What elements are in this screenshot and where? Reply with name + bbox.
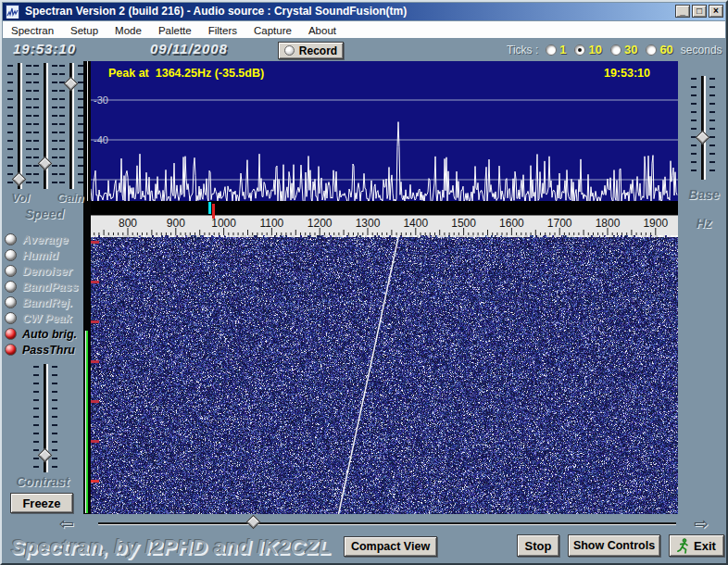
led-icon xyxy=(5,281,17,293)
toggle-label: Auto brig. xyxy=(22,328,77,341)
toggle-bandrej[interactable]: BandRej. xyxy=(5,295,83,310)
close-button[interactable]: × xyxy=(709,5,723,18)
led-icon xyxy=(5,328,17,340)
toggle-label: CW Peak xyxy=(22,312,72,325)
show-controls-button[interactable]: Show Controls xyxy=(568,534,660,557)
slider-track xyxy=(701,76,706,180)
ticks-options: 1103060 xyxy=(546,43,673,56)
toggle-label: BandPass xyxy=(22,281,78,294)
ticks-radio-1[interactable]: 1 xyxy=(546,43,566,56)
window-title: Spectran Version 2 (build 216) - Audio s… xyxy=(25,3,407,20)
scroll-left-arrow-icon[interactable]: ⇦ xyxy=(59,513,74,534)
slider-ticks xyxy=(52,65,57,187)
spectrum-display: Peak at 1364.25Hz (-35.5dB) 19:53:10 -30… xyxy=(91,61,678,201)
ticks-radio-10[interactable]: 10 xyxy=(574,43,601,56)
base-slider[interactable] xyxy=(691,76,715,180)
vol-slider[interactable] xyxy=(7,63,31,189)
svg-text:1300: 1300 xyxy=(356,217,381,230)
radio-icon xyxy=(646,44,657,56)
toggle-label: PassThru xyxy=(22,344,75,357)
toggle-label: BandRej. xyxy=(22,296,72,309)
led-icon xyxy=(5,312,17,324)
slider-ticks xyxy=(7,65,13,187)
seconds-label: seconds xyxy=(681,44,722,56)
running-man-icon xyxy=(677,538,689,554)
gain-slider[interactable] xyxy=(59,63,83,189)
menu-item-spectran[interactable]: Spectran xyxy=(3,23,62,40)
toggle-cw-peak[interactable]: CW Peak xyxy=(5,310,83,326)
frequency-scrollbar-thumb[interactable] xyxy=(246,515,261,530)
ticks-group: Ticks : 1103060 seconds xyxy=(507,43,722,56)
ticks-radio-60[interactable]: 60 xyxy=(646,43,672,56)
svg-text:1000: 1000 xyxy=(211,217,236,230)
menu-item-palette[interactable]: Palette xyxy=(150,23,200,40)
toggle-list: AverageHumidDenoiserBandPassBandRej.CW P… xyxy=(5,232,83,358)
svg-text:1100: 1100 xyxy=(259,217,283,230)
menu-item-capture[interactable]: Capture xyxy=(245,23,300,40)
svg-text:1900: 1900 xyxy=(643,217,668,230)
slider-ticks xyxy=(709,78,715,178)
date-display: 09/11/2008 xyxy=(150,41,228,56)
buffer-progress-bar xyxy=(85,331,88,513)
radio-icon xyxy=(546,44,557,56)
exit-button[interactable]: Exit xyxy=(669,534,724,557)
slider-ticks xyxy=(52,366,57,471)
ticks-radio-label: 10 xyxy=(588,43,601,56)
record-button[interactable]: Record xyxy=(278,42,344,59)
led-icon xyxy=(5,296,17,308)
gain-label: Gain xyxy=(54,191,87,205)
svg-text:900: 900 xyxy=(167,217,185,230)
toggle-passthru[interactable]: PassThru xyxy=(5,342,83,358)
app-icon xyxy=(6,5,19,19)
frequency-scrollbar[interactable] xyxy=(98,522,676,525)
exit-label: Exit xyxy=(694,539,716,553)
svg-text:-40: -40 xyxy=(94,134,108,145)
toggle-bandpass[interactable]: BandPass xyxy=(5,279,83,295)
hz-unit-label: Hz xyxy=(680,216,728,231)
menu-item-filters[interactable]: Filters xyxy=(200,23,245,40)
title-bar: Spectran Version 2 (build 216) - Audio s… xyxy=(3,3,725,20)
svg-text:-30: -30 xyxy=(94,94,108,106)
toggle-denoiser[interactable]: Denoiser xyxy=(5,263,83,279)
spectrum-clock: 19:53:10 xyxy=(604,67,650,80)
contrast-slider-thumb[interactable] xyxy=(37,448,52,463)
frequency-ruler: 8009001000110012001300140015001600170018… xyxy=(91,215,678,235)
slider-ticks xyxy=(691,78,697,178)
speed-slider-thumb[interactable] xyxy=(37,157,52,171)
toggle-auto-brig[interactable]: Auto brig. xyxy=(5,326,83,342)
waterfall-panel xyxy=(91,235,678,514)
record-led-icon xyxy=(284,45,295,56)
bandpass-marker-icon xyxy=(208,202,211,214)
contrast-label: Contrast xyxy=(4,474,82,489)
toggle-average[interactable]: Average xyxy=(5,232,83,247)
menu-item-setup[interactable]: Setup xyxy=(62,23,107,40)
toggle-humid[interactable]: Humid xyxy=(5,247,83,263)
ticks-radio-label: 1 xyxy=(559,43,566,56)
peak-readout: Peak at 1364.25Hz (-35.5dB) xyxy=(108,67,264,80)
radio-icon xyxy=(610,44,621,56)
base-slider-thumb[interactable] xyxy=(695,131,709,145)
minimize-button[interactable]: _ xyxy=(675,5,690,18)
compact-view-button[interactable]: Compact View xyxy=(344,536,437,557)
ticks-radio-30[interactable]: 30 xyxy=(610,43,637,56)
waterfall-display[interactable] xyxy=(91,235,678,514)
speed-slider[interactable] xyxy=(33,63,57,189)
ticks-label: Ticks : xyxy=(507,44,538,56)
menu-item-about[interactable]: About xyxy=(300,23,345,40)
gain-slider-thumb[interactable] xyxy=(63,77,78,92)
pitch-marker-icon xyxy=(212,204,215,219)
scroll-right-arrow-icon[interactable]: ⇨ xyxy=(694,513,709,534)
toggle-label: Humid xyxy=(22,249,58,262)
vol-slider-thumb[interactable] xyxy=(11,172,26,187)
time-display: 19:53:10 xyxy=(13,41,76,56)
maximize-button[interactable]: □ xyxy=(692,5,707,18)
menu-item-mode[interactable]: Mode xyxy=(107,23,150,40)
marker-band xyxy=(91,201,678,215)
led-icon xyxy=(5,249,17,261)
base-label: Base xyxy=(680,187,728,202)
contrast-slider[interactable] xyxy=(33,364,57,472)
stop-button[interactable]: Stop xyxy=(517,534,559,557)
spectrum-plot[interactable]: -30-40 xyxy=(91,83,678,201)
slider-ticks xyxy=(33,65,39,187)
freeze-button[interactable]: Freeze xyxy=(10,493,73,513)
